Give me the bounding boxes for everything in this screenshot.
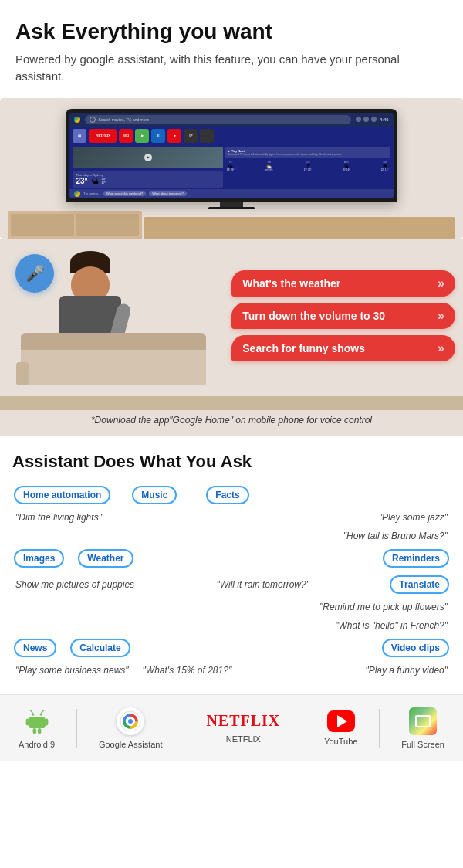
feat-row-2d: "What is "hello" in French?": [12, 619, 451, 632]
feat-row-1b: "Dim the living lights" "Play some jazz": [12, 510, 451, 524]
footer-item-fullscreen: Full Screen: [401, 707, 444, 749]
tv-week-forecast: Fri🌤34° 29° Sat⛅35° 30° Sun⛈27° 23° Mon🌤…: [225, 161, 390, 172]
footer-label-netflix: NETFLIX: [226, 734, 261, 744]
footer-item-android: Android 9: [19, 707, 55, 749]
android-icon: [23, 707, 51, 735]
speech-text-3: Search for funny shows: [242, 342, 365, 354]
feature-tag-news[interactable]: News: [14, 639, 56, 657]
tv-left-panel: ▶ Thursday in Sydney 23° 🌤 24° 17°: [73, 147, 222, 188]
footer-divider-3: [302, 709, 302, 748]
main-title: Ask Everything you want: [15, 19, 448, 45]
feature-tag-calculate[interactable]: Calculate: [70, 639, 130, 657]
tv-suggestion-1: What about this weekend?: [103, 191, 146, 196]
footer: Android 9 Google Assistant NETFLIX NETFL…: [0, 694, 463, 761]
tv-search-icon: [90, 117, 96, 123]
youtube-play-triangle: [337, 715, 347, 727]
tv-scene: Search movies, TV, and more 4:46 ⊞ NETFL…: [0, 98, 463, 239]
tv-temperature: 23°: [76, 177, 87, 185]
svg-point-1: [39, 713, 42, 716]
speech-bubble-2: Turn down the volume to 30 »: [231, 303, 455, 329]
feat-row-1c: "How tall is Bruno Mars?": [12, 529, 451, 543]
tv-app-ehannel: E: [151, 129, 165, 143]
feature-tag-music[interactable]: Music: [132, 486, 177, 504]
example-images: Show me pictures of puppies: [15, 579, 134, 590]
footer-divider-1: [76, 709, 77, 748]
tv-app-play: GP: [184, 129, 198, 143]
feat-row-2: Images Weather Reminders: [12, 548, 451, 569]
speech-bubble-3: Search for funny shows »: [231, 335, 455, 361]
svg-rect-4: [44, 718, 48, 725]
mic-icon: 🎤: [25, 264, 45, 283]
tv-play-button: ▶: [144, 154, 152, 161]
feature-tag-images[interactable]: Images: [14, 549, 64, 568]
tv-bench: [144, 217, 455, 239]
tv-app-media: ▶: [135, 129, 149, 143]
footer-divider-4: [379, 709, 380, 748]
tv-icon-1: [356, 117, 361, 122]
tv-time: 4:46: [380, 117, 389, 122]
feature-tag-videoclips[interactable]: Video clips: [382, 639, 449, 657]
feat-row-3b: "Play some business news" "What's 15% of…: [12, 663, 451, 677]
tv-search-text: Search movies, TV, and more: [98, 117, 149, 122]
sofa-back: [21, 333, 206, 350]
svg-rect-2: [29, 717, 46, 727]
footer-label-youtube: YouTube: [324, 737, 357, 746]
sofa-body: [21, 347, 206, 385]
tv-icons: [356, 117, 377, 122]
tv-app-apps: ⊞: [73, 129, 86, 143]
example-music: "Play some jazz": [379, 512, 448, 523]
cabinet: [8, 211, 142, 239]
example-home-automation: "Dim the living lights": [15, 512, 102, 523]
person-area: 🎤: [0, 239, 463, 396]
tv-temp-low: 17°: [102, 181, 106, 185]
fullscreen-inner-icon: [415, 715, 431, 727]
footer-label-ga: Google Assistant: [99, 740, 163, 749]
footer-item-youtube: YouTube: [324, 710, 357, 746]
wave-icon-3: »: [438, 341, 444, 355]
footer-label-android: Android 9: [19, 740, 55, 749]
tv-play-next-desc: Movies and TV shows will automatically a…: [228, 153, 388, 156]
tv-play-next: ▶ Play Next Movies and TV shows will aut…: [225, 147, 390, 158]
tv-screen: Search movies, TV, and more 4:46 ⊞ NETFL…: [69, 113, 393, 198]
tv-app-youtube: ▶: [167, 129, 181, 143]
feature-tag-reminders[interactable]: Reminders: [383, 549, 449, 568]
tv-thumbnail: ▶: [73, 147, 222, 168]
sofa-arm-left: [16, 362, 29, 385]
svg-rect-5: [32, 728, 36, 734]
feature-tag-home-automation[interactable]: Home automation: [14, 486, 110, 504]
google-assistant-icon: [117, 707, 144, 735]
tv-wrapper: Search movies, TV, and more 4:46 ⊞ NETFL…: [66, 109, 397, 209]
svg-point-0: [31, 713, 34, 716]
info-title: Assistant Does What You Ask: [12, 452, 451, 472]
info-section: Assistant Does What You Ask Home automat…: [0, 436, 463, 694]
tv-search-bar: Search movies, TV, and more: [85, 115, 351, 124]
speech-text-1: What's the weather: [242, 277, 340, 290]
tv-weather: Thursday in Sydney 23° 🌤 24° 17°: [73, 171, 222, 188]
svg-line-7: [30, 710, 33, 713]
furniture: [8, 211, 455, 239]
tv-app-netflix: NETFLIX: [89, 129, 117, 143]
tv-icon-gear: [371, 117, 377, 122]
speech-text-2: Turn down the volume to 30: [242, 310, 385, 322]
example-weather: "Will it rain tomorrow?": [216, 579, 309, 590]
svg-point-11: [128, 719, 133, 724]
feature-tag-translate[interactable]: Translate: [390, 575, 449, 594]
speech-bubbles: What's the weather » Turn down the volum…: [227, 246, 455, 385]
tv-topbar: Search movies, TV, and more 4:46: [69, 113, 393, 127]
svg-line-8: [41, 710, 44, 713]
tv-frame: Search movies, TV, and more 4:46 ⊞ NETFL…: [66, 109, 397, 202]
tv-base: [208, 207, 255, 209]
tv-app-ve3: VE3: [119, 129, 133, 143]
feature-tag-weather[interactable]: Weather: [78, 549, 133, 568]
youtube-icon: [327, 710, 355, 732]
example-facts: "How tall is Bruno Mars?": [343, 531, 448, 541]
tv-icon-2: [363, 117, 369, 122]
feat-row-1: Home automation Music Facts: [12, 484, 451, 506]
person-left: 🎤: [8, 246, 227, 385]
mic-bubble: 🎤: [15, 254, 54, 293]
tv-try-text: Try saying...: [83, 192, 100, 195]
feature-tag-facts[interactable]: Facts: [206, 486, 248, 504]
example-calculate: "What's 15% of 281?": [143, 665, 232, 676]
svg-rect-6: [37, 728, 41, 734]
top-section: Ask Everything you want Powered by googl…: [0, 0, 463, 86]
